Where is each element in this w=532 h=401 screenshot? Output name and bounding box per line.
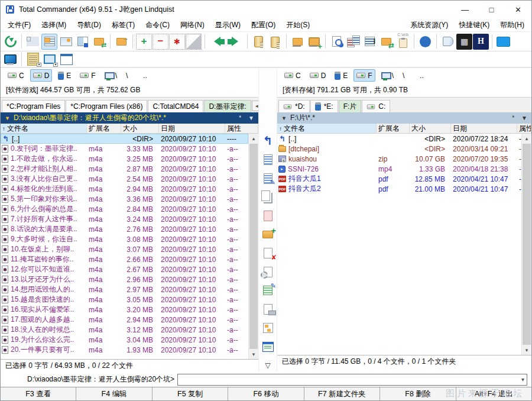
hex-view-icon[interactable] xyxy=(473,34,489,50)
notes-icon[interactable] xyxy=(440,34,456,50)
select-pattern-icon[interactable] xyxy=(169,34,185,50)
file-row[interactable]: 6.为什么倒霉的总是..m4a2.84 MB2020/09/27 10:10-a… xyxy=(1,204,248,214)
file-row[interactable]: 0.发刊词：墨菲定律..m4a3.33 MB2020/09/27 10:10-a… xyxy=(1,144,248,154)
path-star-button[interactable]: * xyxy=(512,115,514,121)
menu-item[interactable]: 文件(F) xyxy=(2,19,36,31)
quick-view-icon[interactable] xyxy=(74,34,90,50)
file-row[interactable]: 11.掩耳盗铃的事你..m4a2.66 MB2020/09/27 10:10-a… xyxy=(1,254,248,264)
delete-file-button[interactable] xyxy=(261,247,275,260)
column-header-0[interactable]: ↑文件名 xyxy=(1,124,87,133)
menu-item[interactable]: 配置(O) xyxy=(246,19,281,31)
right-path-bar[interactable]: ▼ F:\片\*.* * ▼ xyxy=(277,112,531,124)
network-connect-icon[interactable] xyxy=(290,34,306,50)
fkey-button[interactable]: Alt+F4 退出 xyxy=(456,387,531,400)
compare-icon[interactable] xyxy=(345,34,361,50)
file-row[interactable]: 14.想用诋毁他人的..m4a2.97 MB2020/09/27 10:10-a… xyxy=(1,284,248,295)
sync-dirs-icon[interactable] xyxy=(378,34,394,50)
column-header-0[interactable]: ↑文件名 xyxy=(277,124,377,133)
column-header-4[interactable]: 属性 xyxy=(225,124,258,133)
folder-tab[interactable]: D:墨菲定律: xyxy=(204,100,251,112)
folder-tab[interactable]: F:片 xyxy=(339,100,362,112)
print-file-button[interactable] xyxy=(261,302,275,316)
close-button[interactable]: ✕ xyxy=(505,1,531,18)
calculator-icon[interactable] xyxy=(456,34,472,50)
edit-file-button[interactable] xyxy=(261,172,275,185)
scroll-up-icon[interactable]: ▴ xyxy=(522,134,531,143)
file-row[interactable]: 3.没有人比你自己更..m4a2.54 MB2020/09/27 10:10-a… xyxy=(1,174,248,184)
column-header-2[interactable]: 大小 xyxy=(121,124,159,133)
file-row[interactable]: 1.不敢去做，你永远..m4a3.25 MB2020/09/27 10:10-a… xyxy=(1,154,248,164)
left-path-bar[interactable]: ▼ D:\xiaodao\墨菲定律：避开人生倒霉的20个坑\*.* * ▼ xyxy=(1,112,258,124)
file-row[interactable]: 2.怎样才能让别人相..m4a2.87 MB2020/09/27 10:10-a… xyxy=(1,164,248,174)
menu-item[interactable]: 显示(W) xyxy=(210,19,246,31)
scroll-down-icon[interactable]: ▾ xyxy=(522,345,531,355)
file-row[interactable]: 12.你可以不知道谁..m4a2.67 MB2020/09/27 10:10-a… xyxy=(1,264,248,274)
path-dropdown-icon[interactable]: ▼ xyxy=(281,115,287,121)
thumbnail-view-icon[interactable] xyxy=(58,34,74,50)
folder-tab[interactable]: *D: xyxy=(278,100,310,112)
directory-row[interactable]: ↰[..]<DIR>2020/09/27 10:10---- xyxy=(1,134,248,144)
folder-tab[interactable]: *C:Program Files xyxy=(2,100,65,112)
search-icon[interactable] xyxy=(329,34,345,50)
select-minus-icon[interactable] xyxy=(153,34,168,50)
file-row[interactable]: 9.大多时候，你连自..m4a3.08 MB2020/09/27 10:10-a… xyxy=(1,234,248,244)
move-file-button[interactable] xyxy=(261,209,275,222)
left-scrollbar[interactable]: ▴ ▾ xyxy=(248,134,258,359)
edit-comment-button[interactable] xyxy=(261,284,275,297)
file-row[interactable]: 4.标签化的生活到底..m4a2.94 MB2020/09/27 10:10-a… xyxy=(1,184,248,194)
settings-icon[interactable] xyxy=(417,34,433,50)
fkey-button[interactable]: F5 复制 xyxy=(153,387,228,400)
file-row[interactable]: 5.第一印象对你来说..m4a3.36 MB2020/09/27 10:10-a… xyxy=(1,194,248,204)
apps-menu-icon[interactable]: ▾ xyxy=(25,52,41,66)
file-row[interactable]: 15.越是贪图快速的..m4a3.05 MB2020/09/27 10:10-a… xyxy=(1,295,248,305)
control-panel-icon[interactable]: ▾ xyxy=(42,52,57,66)
command-line-input[interactable]: ▾ xyxy=(177,374,527,386)
drive-button-[interactable]: \ xyxy=(378,69,397,82)
drive-button-D[interactable]: D xyxy=(30,69,53,82)
maximize-button[interactable]: □ xyxy=(478,1,505,18)
file-row[interactable]: 10.在饭桌上，别聊..m4a3.07 MB2020/09/27 10:10-a… xyxy=(1,244,248,254)
drive-button-C[interactable]: C xyxy=(5,69,27,82)
detailed-view-icon[interactable] xyxy=(41,34,57,50)
path-menu-button[interactable]: ▼ xyxy=(248,115,254,121)
minimize-button[interactable]: — xyxy=(452,1,478,18)
file-row[interactable]: 17.围观的人越多越..m4a2.94 MB2020/09/27 10:10-a… xyxy=(1,315,248,325)
refresh-icon[interactable] xyxy=(2,34,18,50)
column-header-2[interactable]: 大小 xyxy=(410,124,451,133)
menu-item[interactable]: 帮助(H) xyxy=(495,19,530,31)
file-row[interactable]: PDF抖音大瓜1pdf12.85 MB2020/04/21 10:47-a-- xyxy=(277,174,521,184)
fkey-button[interactable]: F6 移动 xyxy=(228,387,304,400)
folder-tab[interactable]: C: xyxy=(362,100,390,112)
drive-button-C[interactable]: C xyxy=(281,69,304,82)
column-header-1[interactable]: 扩展名 xyxy=(377,124,410,133)
path-menu-button[interactable]: ▼ xyxy=(521,115,527,121)
list-view-button[interactable] xyxy=(261,340,275,354)
column-header-3[interactable]: 日期 xyxy=(159,124,225,133)
directory-row[interactable]: [dtchepai]<DIR>2020/03/14 09:21---- xyxy=(277,144,521,154)
directory-row[interactable]: ↰[..]<DIR>2020/07/22 18:24---- xyxy=(277,134,521,144)
menu-item[interactable]: 快捷键(K) xyxy=(453,19,495,31)
fkey-button[interactable]: F3 查看 xyxy=(1,387,76,400)
column-header-3[interactable]: 日期 xyxy=(451,124,517,133)
tree-panel-icon[interactable] xyxy=(91,34,107,50)
file-row[interactable]: 18.没人在的时候总..m4a3.12 MB2020/09/27 10:10-a… xyxy=(1,325,248,335)
folder-tab[interactable]: C:TotalCMD64 xyxy=(148,100,203,112)
more-button[interactable] xyxy=(261,358,275,372)
scroll-down-icon[interactable]: ▾ xyxy=(249,350,258,359)
right-scroll-thumb[interactable] xyxy=(523,144,531,345)
select-plus-icon[interactable] xyxy=(136,34,152,50)
view-file-button[interactable] xyxy=(261,153,275,167)
left-scroll-thumb[interactable] xyxy=(249,144,258,349)
pack-icon[interactable] xyxy=(251,34,267,50)
fkey-button[interactable]: F7 新建文件夹 xyxy=(304,387,380,400)
invert-selection-icon[interactable] xyxy=(186,34,202,50)
path-dropdown-icon[interactable]: ▼ xyxy=(5,115,10,121)
menu-item[interactable]: 系统资源(Y) xyxy=(405,19,453,31)
forward-icon[interactable] xyxy=(226,34,244,50)
file-row[interactable]: ▸SSNI-726mp41.33 GB2020/04/18 21:38-a-- xyxy=(277,164,521,174)
file-row[interactable]: 16.现实从不偏爱笨..m4a3.20 MB2020/09/27 10:10-a… xyxy=(1,305,248,315)
file-row[interactable]: 8.话说的太满是要承..m4a2.76 MB2020/09/27 10:10-a… xyxy=(1,224,248,234)
multi-rename-icon[interactable] xyxy=(362,34,378,50)
menu-item[interactable]: 标签(T) xyxy=(106,19,140,31)
scroll-up-icon[interactable]: ▴ xyxy=(249,134,258,143)
